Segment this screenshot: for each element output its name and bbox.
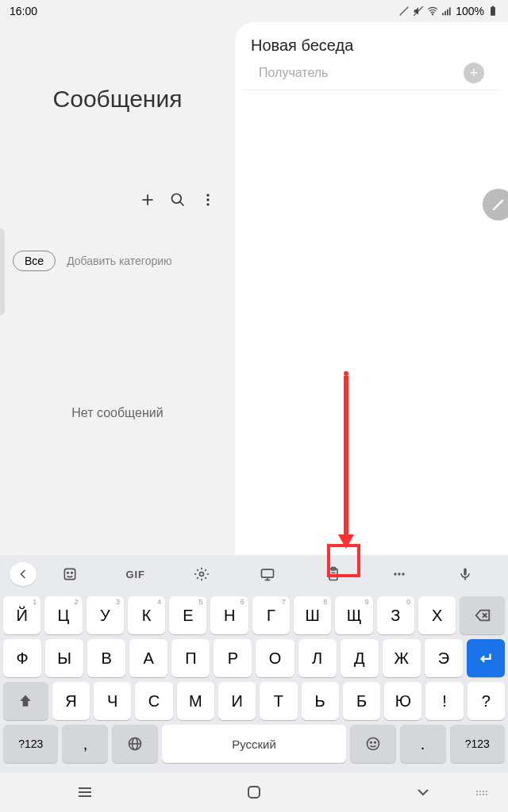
key-Е[interactable]: Е5 [169,596,206,634]
conversation-title: Новая беседа [235,22,508,63]
add-category-button[interactable]: Добавить категорию [67,255,171,267]
svg-point-32 [394,573,397,575]
key-enter[interactable] [467,639,505,677]
new-message-button[interactable] [140,192,156,211]
nav-back[interactable] [414,783,433,802]
key-П[interactable]: П [171,639,210,677]
kb-sticker-button[interactable] [37,555,102,593]
status-time: 16:00 [10,5,37,17]
key-К[interactable]: К4 [128,596,165,634]
status-bar: 16:00 100% [0,0,508,22]
svg-rect-54 [479,794,481,795]
svg-point-19 [206,203,209,205]
key-.[interactable]: . [400,725,446,763]
key-![interactable]: ! [425,682,463,720]
svg-point-17 [206,194,209,197]
key-З[interactable]: З0 [377,596,414,634]
key-Ь[interactable]: Ь [302,682,339,720]
svg-rect-55 [483,794,484,795]
kb-gif-button[interactable]: GIF [102,555,168,593]
key-О[interactable]: О [256,639,294,677]
key-Т[interactable]: Т [260,682,297,720]
key-У[interactable]: У3 [87,596,124,634]
svg-point-44 [374,742,375,744]
battery-text: 100% [456,5,484,17]
recipient-input[interactable] [259,66,464,80]
key-Щ[interactable]: Щ9 [335,596,372,634]
key-Н[interactable]: Н6 [210,596,248,634]
empty-state-text: Нет сообщений [0,406,235,420]
svg-rect-51 [483,791,484,792]
key-Г[interactable]: Г7 [252,596,290,634]
svg-rect-11 [491,7,495,16]
svg-point-15 [172,194,182,204]
key-Й[interactable]: Й1 [3,596,40,634]
key-,[interactable]: , [62,725,108,763]
key-А[interactable]: А [129,639,167,677]
key-shift[interactable] [3,682,48,720]
key-Ы[interactable]: Ы [45,639,83,677]
wifi-icon [427,6,438,17]
svg-rect-50 [479,791,481,792]
kb-clipboard-button[interactable] [301,555,367,593]
key-Л[interactable]: Л [298,639,337,677]
search-button[interactable] [170,192,186,211]
key-Ж[interactable]: Ж [383,639,421,677]
key-bksp[interactable] [460,596,505,634]
key-Ч[interactable]: Ч [94,682,131,720]
svg-point-6 [433,14,433,15]
key-Б[interactable]: Б [343,682,380,720]
svg-point-18 [206,198,209,201]
nav-bar [0,772,508,812]
svg-rect-8 [444,11,446,15]
category-all-pill[interactable]: Все [13,251,56,271]
key-М[interactable]: М [177,682,214,720]
keyboard: GIF Й1Ц2У3К4Е5Н6Г7Ш8Щ9З0Х ФЫВАПРОЛДЖЭ ЯЧ… [0,555,508,772]
key-Я[interactable]: Я [52,682,90,720]
svg-rect-53 [476,794,478,795]
kb-settings-button[interactable] [168,555,234,593]
key-Д[interactable]: Д [341,639,379,677]
svg-rect-56 [486,794,487,795]
nav-recents[interactable] [75,783,94,802]
key-emoji[interactable] [350,725,396,763]
svg-point-43 [370,742,371,744]
more-button[interactable] [200,192,216,211]
kb-collapse-button[interactable] [10,562,37,586]
key-И[interactable]: И [218,682,256,720]
svg-point-21 [67,573,68,574]
kb-more-button[interactable] [367,555,433,593]
nav-home[interactable] [244,783,264,802]
svg-point-42 [367,738,379,750]
key-lang[interactable] [112,725,158,763]
key-Э[interactable]: Э [425,639,463,677]
page-title: Сообщения [0,86,235,113]
key-С[interactable]: С [135,682,172,720]
svg-rect-7 [442,13,444,15]
key-Ц[interactable]: Ц2 [44,596,82,634]
svg-point-22 [71,573,72,574]
add-recipient-button[interactable]: + [464,63,484,83]
svg-line-16 [180,202,184,206]
svg-rect-48 [248,787,260,798]
svg-rect-12 [492,6,494,8]
kb-mode-button[interactable] [234,555,300,593]
nav-keyboard-switch[interactable] [473,783,492,802]
compose-fab[interactable] [483,189,508,220]
pen-icon [398,6,410,17]
svg-rect-49 [476,791,478,792]
kb-voice-button[interactable] [433,555,498,593]
key-Ф[interactable]: Ф [3,639,41,677]
battery-icon [487,6,498,17]
key-Русский[interactable]: Русский [162,725,346,763]
key-?123[interactable]: ?123 [450,725,505,763]
edge-panel-handle[interactable] [0,228,5,316]
key-Х[interactable]: Х [418,596,456,634]
key-?[interactable]: ? [468,682,505,720]
key-?123[interactable]: ?123 [3,725,58,763]
key-Ш[interactable]: Ш8 [294,596,331,634]
key-Р[interactable]: Р [214,639,252,677]
svg-rect-20 [64,569,75,579]
key-В[interactable]: В [87,639,125,677]
key-Ю[interactable]: Ю [384,682,421,720]
